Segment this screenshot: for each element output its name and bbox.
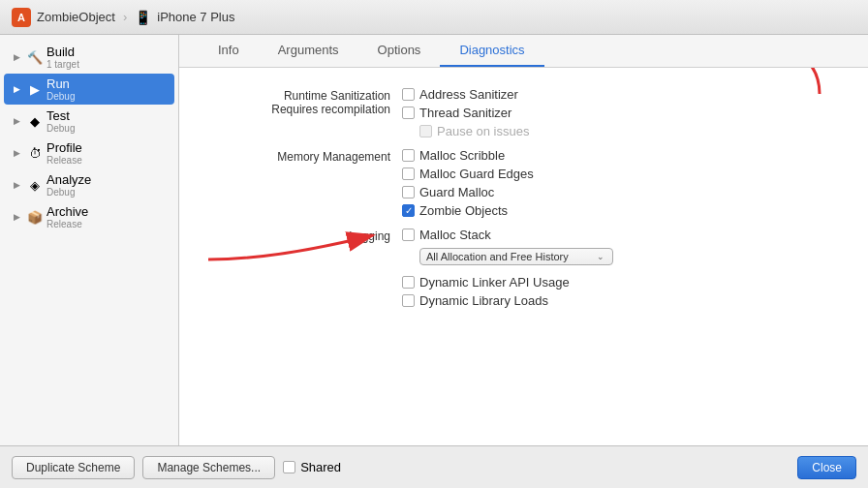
sidebar-item-analyze[interactable]: ▶ ◈ Analyze Debug	[4, 169, 174, 200]
content-area: Info Arguments Options Diagnostics	[179, 35, 868, 445]
memory-management-row: Memory Management Malloc Scribble Malloc…	[208, 148, 839, 218]
runtime-sanitization-row: Runtime Sanitization Requires recompilat…	[208, 87, 839, 138]
expand-arrow-run: ▶	[14, 84, 23, 94]
archive-icon: 📦	[27, 209, 43, 225]
allocation-history-dropdown[interactable]: All Allocation and Free History ⌄	[419, 248, 613, 265]
memory-management-label: Memory Management	[208, 150, 390, 164]
sidebar-item-profile[interactable]: ▶ ⏱ Profile Release	[4, 137, 174, 168]
tab-diagnostics[interactable]: Diagnostics	[440, 35, 543, 67]
malloc-stack-row: Malloc Stack	[402, 228, 839, 242]
malloc-guard-edges-label: Malloc Guard Edges	[419, 167, 534, 181]
tab-arguments[interactable]: Arguments	[259, 35, 358, 67]
dynamic-linker-row: Dynamic Linker API Usage	[402, 275, 839, 290]
device-icon: 📱	[135, 10, 151, 25]
shared-checkbox[interactable]	[283, 461, 295, 473]
sidebar-item-run[interactable]: ▶ ▶ Run Debug	[4, 74, 174, 105]
zombie-objects-checkbox[interactable]: ✓	[402, 204, 415, 217]
guard-malloc-label: Guard Malloc	[419, 185, 494, 199]
close-button[interactable]: Close	[797, 456, 856, 479]
requires-recompilation-label: Requires recompilation	[208, 103, 390, 116]
zombie-objects-row: ✓ Zombie Objects	[402, 203, 839, 218]
expand-arrow: ▶	[14, 52, 23, 62]
allocation-history-dropdown-row: All Allocation and Free History ⌄	[419, 248, 839, 265]
thread-sanitizer-row: Thread Sanitizer	[402, 106, 839, 120]
dynamic-linker-checkbox[interactable]	[402, 276, 415, 289]
sidebar-item-build[interactable]: ▶ 🔨 Build 1 target	[4, 42, 174, 73]
malloc-scribble-label: Malloc Scribble	[419, 148, 505, 163]
dynamic-linker-label: Dynamic Linker API Usage	[419, 275, 570, 290]
sidebar-item-archive[interactable]: ▶ 📦 Archive Release	[4, 201, 174, 232]
analyze-icon: ◈	[27, 177, 43, 193]
expand-arrow-profile: ▶	[14, 148, 23, 158]
expand-arrow-test: ▶	[14, 116, 23, 126]
guard-malloc-row: Guard Malloc	[402, 185, 839, 199]
expand-arrow-archive: ▶	[14, 212, 23, 222]
title-bar: A ZombieObject › 📱 iPhone 7 Plus	[0, 0, 868, 35]
footer: Duplicate Scheme Manage Schemes... Share…	[0, 445, 868, 488]
project-name: ZombieObject	[37, 10, 115, 24]
pause-on-issues-checkbox[interactable]	[419, 125, 432, 137]
dynamic-library-row: Dynamic Library Loads	[402, 293, 839, 308]
dynamic-settings-row: Dynamic Linker API Usage Dynamic Library…	[208, 275, 839, 308]
separator: ›	[123, 10, 127, 24]
settings-area: Runtime Sanitization Requires recompilat…	[179, 68, 868, 445]
malloc-scribble-row: Malloc Scribble	[402, 148, 839, 163]
tab-info[interactable]: Info	[199, 35, 259, 67]
allocation-history-label: All Allocation and Free History	[426, 251, 569, 262]
main-content: ▶ 🔨 Build 1 target ▶ ▶ Run Debug ▶ ◆ Tes…	[0, 35, 868, 445]
tab-bar: Info Arguments Options Diagnostics	[179, 35, 868, 68]
address-sanitizer-checkbox[interactable]	[402, 88, 415, 101]
duplicate-scheme-button[interactable]: Duplicate Scheme	[12, 456, 135, 479]
address-sanitizer-row: Address Sanitizer	[402, 87, 839, 102]
manage-schemes-button[interactable]: Manage Schemes...	[142, 456, 275, 479]
pause-on-issues-label: Pause on issues	[437, 124, 529, 138]
malloc-guard-edges-row: Malloc Guard Edges	[402, 167, 839, 181]
dynamic-library-checkbox[interactable]	[402, 294, 415, 307]
guard-malloc-checkbox[interactable]	[402, 186, 415, 198]
logging-label: Logging	[208, 229, 390, 243]
sidebar-item-test[interactable]: ▶ ◆ Test Debug	[4, 106, 174, 137]
thread-sanitizer-label: Thread Sanitizer	[419, 106, 512, 120]
expand-arrow-analyze: ▶	[14, 180, 23, 190]
dynamic-library-label: Dynamic Library Loads	[419, 293, 548, 308]
malloc-stack-label: Malloc Stack	[419, 228, 491, 242]
profile-icon: ⏱	[27, 145, 43, 161]
tab-options[interactable]: Options	[358, 35, 441, 67]
device-name: iPhone 7 Plus	[157, 10, 234, 24]
pause-on-issues-row: Pause on issues	[419, 124, 839, 138]
logging-row: Logging Malloc Stack All Allocation and …	[208, 228, 839, 265]
runtime-sanitization-label: Runtime Sanitization	[208, 89, 390, 103]
app-icon: A	[12, 8, 31, 27]
dropdown-chevron: ⌄	[597, 252, 604, 261]
shared-label: Shared	[300, 460, 341, 474]
address-sanitizer-label: Address Sanitizer	[419, 87, 518, 102]
malloc-scribble-checkbox[interactable]	[402, 149, 415, 162]
shared-checkbox-row: Shared	[283, 460, 341, 474]
thread-sanitizer-checkbox[interactable]	[402, 107, 415, 119]
malloc-stack-checkbox[interactable]	[402, 229, 415, 241]
build-icon: 🔨	[27, 49, 43, 65]
sidebar: ▶ 🔨 Build 1 target ▶ ▶ Run Debug ▶ ◆ Tes…	[0, 35, 179, 445]
run-icon: ▶	[27, 81, 43, 97]
malloc-guard-edges-checkbox[interactable]	[402, 168, 415, 180]
zombie-objects-label: Zombie Objects	[419, 203, 508, 218]
test-icon: ◆	[27, 113, 43, 129]
